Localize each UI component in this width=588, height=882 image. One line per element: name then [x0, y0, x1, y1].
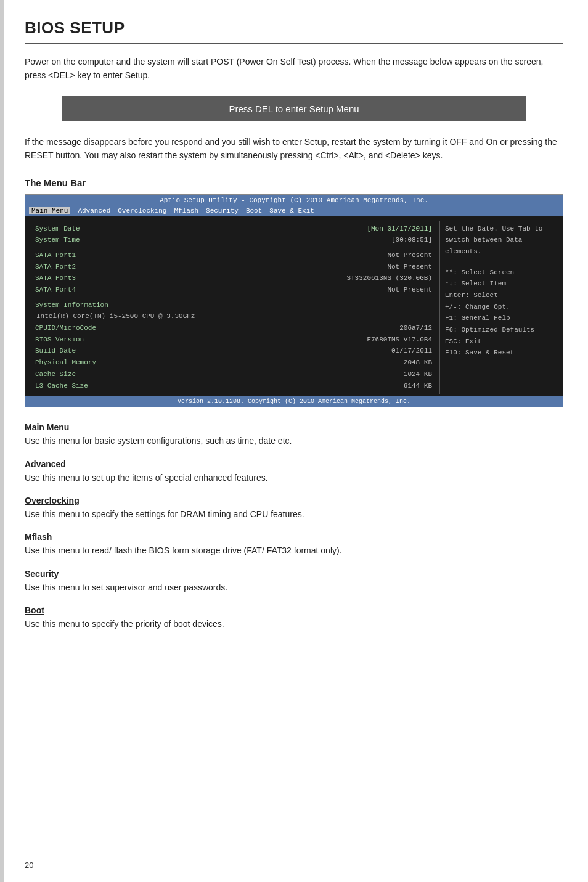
cpuid-label: CPUID/MicroCode	[35, 322, 109, 334]
menu-section-main-menu: Main MenuUse this menu for basic system …	[25, 422, 563, 447]
bios-date-row: System Date [Mon 01/17/2011] System Time…	[35, 223, 432, 246]
system-time-label: System Time	[35, 234, 109, 246]
menu-heading-main-menu: Main Menu	[25, 422, 563, 432]
system-time-val: [00:08:51]	[391, 234, 432, 246]
sata-ports: SATA Port1 Not Present SATA Port2 Not Pr…	[35, 250, 432, 296]
menu-heading-security: Security	[25, 569, 563, 579]
menu-section-mflash: MflashUse this menu to read/ flash the B…	[25, 532, 563, 557]
menu-heading-advanced: Advanced	[25, 459, 563, 469]
menu-desc-advanced: Use this menu to set up the items of spe…	[25, 471, 563, 484]
sata4-val: Not Present	[387, 284, 432, 296]
system-date-label: System Date	[35, 223, 109, 235]
system-info: System Information Intel(R) Core(TM) i5-…	[35, 300, 432, 392]
sata4-label: SATA Port4	[35, 284, 109, 296]
del-banner: Press DEL to enter Setup Menu	[62, 96, 526, 121]
sidebar-key-item: ESC: Exit	[445, 336, 557, 348]
sidebar-key-item: +/-: Change Opt.	[445, 301, 557, 313]
sidebar-key-item: ↑↓: Select Item	[445, 278, 557, 290]
menu-heading-boot: Boot	[25, 605, 563, 615]
bios-body: System Date [Mon 01/17/2011] System Time…	[25, 216, 563, 397]
bios-menu-save-exit: Save & Exit	[269, 207, 314, 214]
menu-desc-mflash: Use this menu to read/ flash the BIOS fo…	[25, 544, 563, 557]
bios-version-label: BIOS Version	[35, 334, 109, 346]
bios-screenshot: Aptio Setup Utility - Copyright (C) 2010…	[25, 194, 563, 408]
sysinfo-label: System Information	[35, 300, 432, 311]
bios-sidebar: Set the Date. Use Tab to switch between …	[439, 221, 563, 394]
bios-menu-bar: Main Menu Advanced Overclocking Mflash S…	[25, 206, 563, 216]
sidebar-key-item: F1: General Help	[445, 312, 557, 324]
l3-cache-label: L3 Cache Size	[35, 380, 109, 392]
sidebar-separator	[445, 264, 557, 264]
menu-desc-security: Use this menu to set supervisor and user…	[25, 581, 563, 594]
bios-footer: Version 2.10.1208. Copyright (C) 2010 Am…	[25, 396, 563, 407]
bios-menu-overclocking: Overclocking	[118, 207, 166, 214]
intro-paragraph-1: Power on the computer and the system wil…	[25, 55, 563, 83]
menu-desc-overclocking: Use this menu to specify the settings fo…	[25, 507, 563, 521]
phys-mem-val: 2048 KB	[404, 357, 432, 369]
sidebar-key-item: Enter: Select	[445, 290, 557, 301]
bios-version-val: E7680IMS V17.0B4	[367, 334, 432, 346]
page-number: 20	[25, 860, 33, 870]
sata2-val: Not Present	[387, 261, 432, 273]
sata1-val: Not Present	[387, 250, 432, 261]
build-date-label: Build Date	[35, 345, 109, 357]
sidebar-key-item: F6: Optimized Defaults	[445, 324, 557, 336]
sidebar-keys: **: Select Screen↑↓: Select ItemEnter: S…	[445, 267, 557, 359]
menu-heading-mflash: Mflash	[25, 532, 563, 542]
menu-section-advanced: AdvancedUse this menu to set up the item…	[25, 459, 563, 484]
system-date-val: [Mon 01/17/2011]	[367, 223, 432, 235]
sata3-label: SATA Port3	[35, 272, 109, 284]
cpuid-val: 206a7/12	[399, 322, 432, 334]
cache-size-label: Cache Size	[35, 369, 109, 380]
sata3-val: ST3320613NS (320.0GB)	[346, 272, 432, 284]
bios-menu-main: Main Menu	[29, 207, 70, 214]
sata1-label: SATA Port1	[35, 250, 109, 261]
sidebar-key-item: F10: Save & Reset	[445, 347, 557, 359]
bios-title-bar: Aptio Setup Utility - Copyright (C) 2010…	[25, 195, 563, 206]
menu-desc-main-menu: Use this menu for basic system configura…	[25, 434, 563, 447]
bios-menu-boot: Boot	[246, 207, 262, 214]
menus-container: Main MenuUse this menu for basic system …	[25, 422, 563, 631]
page-title: BIOS SETUP	[25, 18, 563, 44]
menu-bar-section-title: The Menu Bar	[25, 178, 563, 188]
menu-heading-overclocking: Overclocking	[25, 496, 563, 505]
sidebar-top-text: Set the Date. Use Tab to switch between …	[445, 223, 557, 258]
menu-section-overclocking: OverclockingUse this menu to specify the…	[25, 496, 563, 521]
sata2-label: SATA Port2	[35, 261, 109, 273]
bios-main-content: System Date [Mon 01/17/2011] System Time…	[25, 221, 439, 394]
menu-desc-boot: Use this menu to specify the priority of…	[25, 617, 563, 631]
cpu-label: Intel(R) Core(TM) i5-2500 CPU @ 3.30GHz	[36, 311, 432, 322]
left-border	[0, 0, 4, 882]
cache-size-val: 1024 KB	[404, 369, 432, 380]
menu-section-boot: BootUse this menu to specify the priorit…	[25, 605, 563, 631]
sidebar-key-item: **: Select Screen	[445, 267, 557, 279]
phys-mem-label: Physical Memory	[35, 357, 109, 369]
l3-cache-val: 6144 KB	[404, 380, 432, 392]
bios-menu-mflash: Mflash	[174, 207, 198, 214]
bios-menu-security: Security	[206, 207, 239, 214]
menu-section-security: SecurityUse this menu to set supervisor …	[25, 569, 563, 594]
bios-menu-advanced: Advanced	[78, 207, 110, 214]
intro-paragraph-2: If the message disappears before you res…	[25, 135, 563, 163]
build-date-val: 01/17/2011	[391, 345, 432, 357]
